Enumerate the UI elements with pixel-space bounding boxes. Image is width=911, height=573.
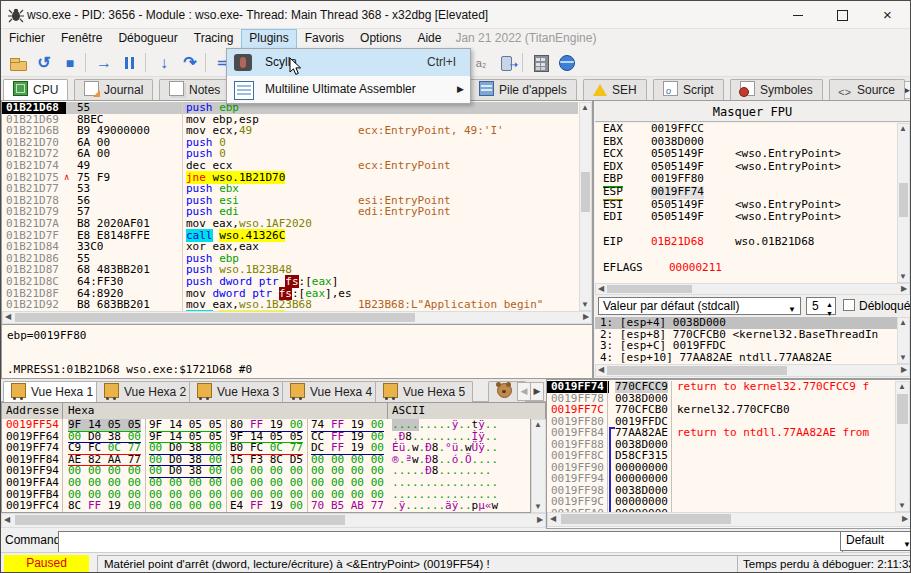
minimize-button[interactable]	[775, 1, 820, 29]
globe-icon[interactable]	[556, 52, 578, 74]
menu-tracing[interactable]: Tracing	[186, 29, 242, 49]
run-icon[interactable]	[93, 52, 115, 74]
tab-pile-d-appels[interactable]: Pile d'appels	[469, 79, 577, 101]
device-export-icon[interactable]	[496, 52, 518, 74]
restart-icon[interactable]	[33, 52, 55, 74]
args-count-stepper[interactable]: 5 ▲ ▼	[806, 297, 836, 315]
command-bar: Commande: Default ▼	[1, 529, 910, 552]
args-vscrollbar[interactable]: ▲▼	[897, 317, 910, 364]
tab-notes[interactable]: Notes	[159, 79, 230, 101]
disasm-row[interactable]: 01B21D8433C0xor eax,eax	[2, 241, 578, 253]
unlocked-checkbox-label: Débloqué	[859, 299, 910, 313]
hexdump-header: Addresse Hexa ASCII	[1, 402, 546, 419]
disasm-row[interactable]: 01B21D7AB8 2020AF01mov eax,wso.1AF2020	[2, 218, 578, 230]
menu-fichier[interactable]: Fichier	[1, 29, 53, 49]
hexdump-tab-bar: ◀ ▶ Vue Hexa 1Vue Hexa 2Vue Hexa 3Vue He…	[1, 379, 546, 402]
register-row[interactable]: EIP01B21D68wso.01B21D68	[595, 236, 897, 249]
register-row[interactable]: EDI0505149F<wso.EntryPoint>	[595, 211, 897, 224]
menu-débogueur[interactable]: Débogueur	[110, 29, 185, 49]
maximize-button[interactable]	[820, 1, 865, 29]
registers-vscrollbar[interactable]: ▲▼	[897, 123, 910, 283]
module-status-line: .MPRESS1:01B21D68 wso.exe:$1721D68 #0	[7, 363, 252, 376]
tab-vue-hexa-3[interactable]: Vue Hexa 3	[189, 381, 287, 403]
step-into-icon[interactable]	[153, 52, 175, 74]
command-profile-value: Default	[846, 533, 884, 547]
hexa-tabs-scroll-left-icon[interactable]: ◀	[517, 382, 531, 401]
open-file-icon[interactable]	[7, 52, 29, 74]
tab-journal[interactable]: Journal	[74, 79, 153, 101]
close-button[interactable]: ×	[865, 1, 910, 29]
tab-script[interactable]: Script	[653, 79, 724, 101]
calculator-icon[interactable]	[530, 52, 552, 74]
step-over-icon[interactable]	[179, 52, 201, 74]
hexdump-hscrollbar[interactable]: ◀▶	[1, 513, 546, 528]
submenu-arrow-icon: ▶	[457, 76, 464, 103]
disassembly-pane: 01B21D6855push ebp01B21D698BECmov ebp,es…	[1, 100, 593, 379]
hexdump-vscrollbar[interactable]: ▲▼	[531, 419, 546, 513]
disasm-row[interactable]: 01B21D7753push ebx	[2, 183, 578, 195]
status-badge: Paused	[4, 555, 89, 572]
hexdump-rows: 0019FF549F 14 05 059F 14 05 0580 FF 19 0…	[1, 419, 531, 513]
mouse-cursor	[289, 57, 302, 76]
disasm-hscrollbar[interactable]: ◀▶	[2, 311, 592, 324]
pause-icon[interactable]	[119, 52, 141, 74]
tab-vue-hexa-5[interactable]: Vue Hexa 5	[375, 381, 473, 403]
disasm-vscrollbar[interactable]: ▲▼	[579, 102, 592, 311]
dump-truck-icon	[104, 383, 119, 398]
stack-row[interactable]: 0019FF9C00000000	[547, 496, 895, 508]
command-profile-select[interactable]: Default ▼	[840, 531, 911, 551]
bug-icon	[8, 7, 24, 23]
hexdump-pane: ◀ ▶ Vue Hexa 1Vue Hexa 2Vue Hexa 3Vue He…	[1, 379, 546, 529]
register-row[interactable]: EBP0019FF80	[595, 173, 897, 186]
tab-vue-hexa-1[interactable]: Vue Hexa 1	[3, 381, 101, 404]
menu-item-multiline-ultimate-assembler[interactable]: Multiline Ultimate Assembler▶	[227, 76, 470, 103]
menu-item-scylla[interactable]: ScyllaCtrl+I	[227, 49, 470, 76]
stack-row[interactable]: 0019FF7C770CFCB0kernel32.770CFCB0	[547, 404, 895, 416]
tab-vue-hexa-4[interactable]: Vue Hexa 4	[282, 381, 380, 403]
menu-favoris[interactable]: Favoris	[297, 29, 352, 49]
calling-convention-select[interactable]: Valeur par défaut (stdcall) ▼	[598, 297, 801, 315]
tab-cpu[interactable]: CPU	[3, 79, 68, 102]
register-row[interactable]: EFLAGS00000211	[595, 262, 897, 275]
register-row[interactable]: EDX0505149F<wso.EntryPoint>	[595, 161, 897, 174]
registers-hscrollbar[interactable]: ◀▶	[595, 283, 910, 295]
register-row[interactable]: ESP0019FF74	[595, 186, 897, 199]
dump-truck-icon	[197, 383, 212, 398]
unlocked-checkbox[interactable]	[843, 299, 855, 311]
hexa-tabs-scroll-right-icon[interactable]: ▶	[530, 382, 544, 401]
tab-symboles[interactable]: Symboles	[730, 79, 823, 101]
toolbar-separator	[522, 53, 523, 72]
register-row[interactable]: EAX0019FFCC	[595, 123, 897, 136]
debug-time: Temps perdu à déboguer: 2:11:33:48	[737, 555, 911, 573]
stack-row[interactable]: 0019FF8CD58CF315	[547, 450, 895, 462]
callstack-icon	[479, 81, 494, 96]
seh-icon	[593, 84, 607, 96]
tab-source[interactable]: Source	[829, 79, 905, 101]
stop-icon[interactable]	[59, 52, 81, 74]
stack-row[interactable]: 0019FF8477AA82AEreturn to ntdll.77AA82AE…	[547, 427, 895, 439]
menu-fenêtre[interactable]: Fenêtre	[53, 29, 110, 49]
multiline-assembler-icon	[234, 81, 254, 100]
cpu-icon	[13, 81, 28, 96]
stack-row[interactable]: 0019FF9400000000	[547, 473, 895, 485]
stack-vscrollbar[interactable]: ▲▼	[895, 381, 910, 512]
menu-plugins[interactable]: Plugins	[241, 29, 296, 49]
disasm-row[interactable]: 01B21D7449dec ecxecx:EntryPoint	[2, 160, 578, 172]
disasm-row[interactable]: 01B21D8C64:FF30push dword ptr fs:[eax]	[2, 276, 578, 288]
menu-options[interactable]: Options	[352, 29, 409, 49]
hexdump-row[interactable]: 0019FFC48C FF 19 0000 00 00 00E4 FF 19 0…	[2, 500, 530, 512]
hide-fpu-button[interactable]: Masquer FPU	[595, 102, 910, 122]
stack-row[interactable]: 0019FF74770CFCC9return to kernel32.770CF…	[547, 381, 895, 393]
tab-seh[interactable]: SEH	[583, 79, 647, 101]
stack-hscrollbar[interactable]: ◀▶	[547, 512, 911, 527]
disasm-row[interactable]: 01B21D92B8 683BB201mov eax,wso.1B23B681B…	[2, 299, 578, 311]
args-hscrollbar[interactable]: ◀▶	[595, 364, 910, 377]
register-row[interactable]: ECX0505149F<wso.EntryPoint>	[595, 148, 897, 161]
stack-arg-row[interactable]: 1: [esp+4] 0038D000	[595, 317, 897, 329]
command-input[interactable]	[58, 531, 843, 553]
az-icon[interactable]	[470, 52, 492, 74]
tab-vue-hexa-2[interactable]: Vue Hexa 2	[96, 381, 194, 403]
plugins-menu: ScyllaCtrl+IMultiline Ultimate Assembler…	[226, 48, 471, 104]
column-divider	[182, 102, 183, 311]
menu-aide[interactable]: Aide	[409, 29, 449, 49]
